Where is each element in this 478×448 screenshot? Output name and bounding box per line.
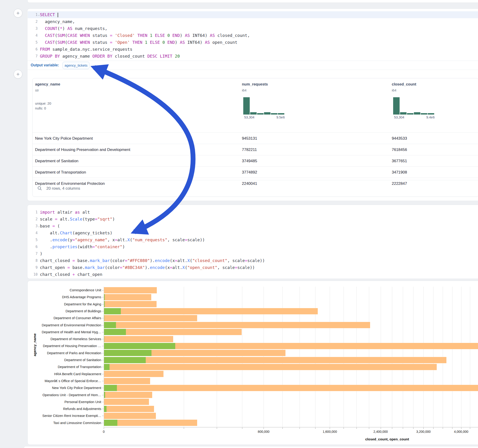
bar-closed_count[interactable]: [104, 399, 149, 405]
y-axis-label: Personal Exemption Unit: [32, 398, 101, 405]
code-line[interactable]: 5 CAST(SUM(CASE WHEN status = 'Open' THE…: [27, 39, 478, 46]
bar-closed_count[interactable]: [104, 385, 478, 391]
histogram-max-label: 9.4e6: [426, 115, 435, 119]
y-tick: [102, 346, 104, 346]
code-line[interactable]: 7GROUP BY agency_name ORDER BY closed_co…: [27, 53, 478, 60]
code-line[interactable]: 3⌄base = (: [27, 223, 478, 230]
add-cell-button-top[interactable]: +: [14, 9, 22, 18]
x-tick: [242, 428, 242, 429]
bar-open_count[interactable]: [104, 406, 107, 412]
bar-closed_count[interactable]: [104, 420, 197, 426]
y-axis-label: New York City Police Department: [32, 384, 101, 391]
y-tick: [102, 311, 104, 311]
y-axis-label: Department of Transportation: [32, 363, 101, 370]
histogram-bar: [393, 97, 400, 115]
code-line[interactable]: 4 alt.Chart(agency_tickets): [27, 230, 478, 236]
code-line[interactable]: 4 CAST(SUM(CASE WHEN status = 'Closed' T…: [27, 32, 478, 39]
table-cell: 3677651: [392, 155, 407, 167]
table-row[interactable]: Department of Transportation377489234719…: [32, 166, 478, 178]
next-cell-edge: [24, 446, 478, 448]
bar-closed_count[interactable]: [104, 287, 157, 293]
y-axis-label: Department of Homeless Services: [32, 336, 101, 342]
x-tick: [433, 428, 434, 429]
line-number: 5: [27, 39, 38, 46]
y-axis-label: Correspondence Unit: [32, 287, 101, 294]
bar-closed_count[interactable]: [104, 308, 318, 314]
table-row[interactable]: Department of Housing Preservation and D…: [32, 144, 478, 155]
histogram-bar: [414, 112, 420, 115]
y-axis-label: DHS Advantage Programs: [32, 294, 101, 300]
histogram-min-label: 53,304: [244, 115, 254, 119]
python-editor[interactable]: 1import altair as alt2scale = alt.Scale(…: [27, 209, 478, 278]
bar-closed_count[interactable]: [104, 301, 157, 307]
y-axis-label: Mayorâ€ s Office of Special Enforce…: [32, 378, 101, 384]
bar-closed_count[interactable]: [104, 357, 447, 363]
column-header-num_requests[interactable]: num_requestsi64: [242, 82, 268, 92]
fold-chevron-icon[interactable]: ⌄: [38, 11, 40, 18]
code-line[interactable]: 6 .properties(width="container"): [27, 243, 478, 250]
sql-cell: 1⌄SELECT 2 agency_name,3 COUNT(*) AS num…: [27, 8, 478, 201]
code-line[interactable]: 5 .encode(y="agency_name", x=alt.X("num_…: [27, 236, 478, 243]
code-line[interactable]: 2scale = alt.Scale(type="sqrt"): [27, 216, 478, 223]
previous-cell-edge: [27, 0, 478, 3]
line-number: 7: [27, 250, 38, 257]
x-tick: [300, 428, 300, 429]
x-axis-line: [104, 427, 478, 428]
bar-open_count[interactable]: [104, 350, 151, 356]
bar-open_count[interactable]: [104, 357, 146, 363]
search-icon[interactable]: [37, 186, 42, 191]
y-axis-line: [104, 287, 104, 428]
output-variable-pill[interactable]: agency_tickets: [63, 62, 89, 69]
code-line[interactable]: 6FROM sample_data.nyc.service_requests: [27, 46, 478, 53]
code-line[interactable]: 10chart_closed + chart_open: [27, 271, 478, 278]
bar-open_count[interactable]: [104, 308, 121, 314]
y-axis-label: Department of Consumer Affairs: [32, 315, 101, 322]
bar-closed_count[interactable]: [104, 406, 154, 412]
bar-closed_count[interactable]: [104, 315, 197, 321]
table-cell: 3774892: [242, 167, 257, 178]
bar-closed_count[interactable]: [104, 294, 151, 300]
y-tick: [102, 374, 104, 374]
bar-open_count[interactable]: [104, 329, 126, 335]
bar-chart: 800,0001,600,0002,400,0003,200,0004,000,…: [28, 281, 478, 445]
bar-closed_count[interactable]: [104, 371, 164, 377]
bar-closed_count[interactable]: [104, 392, 152, 398]
x-tick-label: 3,200,000: [416, 430, 430, 434]
x-tick: [315, 428, 315, 429]
sql-editor[interactable]: 1⌄SELECT 2 agency_name,3 COUNT(*) AS num…: [27, 11, 478, 60]
output-variable-row: Output variable: agency_tickets: [27, 61, 478, 70]
x-tick-label: 0: [103, 430, 105, 434]
fold-chevron-icon[interactable]: ⌄: [38, 223, 40, 230]
bar-closed_count[interactable]: [104, 378, 150, 384]
x-tick: [184, 428, 184, 429]
bar-open_count[interactable]: [104, 420, 117, 426]
table-cell: 7782211: [242, 144, 257, 155]
bar-open_count[interactable]: [104, 343, 175, 349]
bar-open_count[interactable]: [104, 322, 116, 328]
bar-open_count[interactable]: [104, 385, 117, 391]
column-header-closed_count[interactable]: closed_counti64: [392, 82, 416, 92]
y-tick: [102, 339, 104, 339]
code-line[interactable]: 9chart_open = base.mark_bar(color="#8BC3…: [27, 264, 478, 271]
column-header-agency_name[interactable]: agency_namestrunique: 20nulls: 0: [35, 82, 60, 110]
histogram-bar: [257, 113, 264, 115]
y-axis-label: Department of Parks and Recreation: [32, 350, 101, 356]
row-column-count: 20 rows, 4 columns: [46, 186, 80, 191]
table-row[interactable]: New York City Police Department945313194…: [32, 132, 478, 144]
bar-closed_count[interactable]: [104, 322, 370, 328]
code-line[interactable]: 2 agency_name,: [27, 18, 478, 25]
table-cell: Department of Sanitation: [35, 155, 78, 167]
table-row[interactable]: Department of Sanitation37494853677651: [32, 155, 478, 166]
code-line[interactable]: 3 COUNT(*) AS num_requests,: [27, 25, 478, 32]
line-number: 1: [27, 11, 38, 18]
code-line[interactable]: 1import altair as alt: [27, 209, 478, 216]
y-tick: [102, 367, 104, 367]
code-line[interactable]: 7): [27, 250, 478, 257]
code-line[interactable]: 1⌄SELECT: [27, 11, 478, 18]
bar-closed_count[interactable]: [104, 413, 156, 419]
bar-closed_count[interactable]: [104, 364, 437, 370]
code-line[interactable]: 8chart_closed = base.mark_bar(color="#FF…: [27, 257, 478, 264]
bar-open_count[interactable]: [104, 364, 110, 370]
add-cell-button-output[interactable]: +: [14, 70, 22, 79]
bar-closed_count[interactable]: [104, 336, 173, 342]
